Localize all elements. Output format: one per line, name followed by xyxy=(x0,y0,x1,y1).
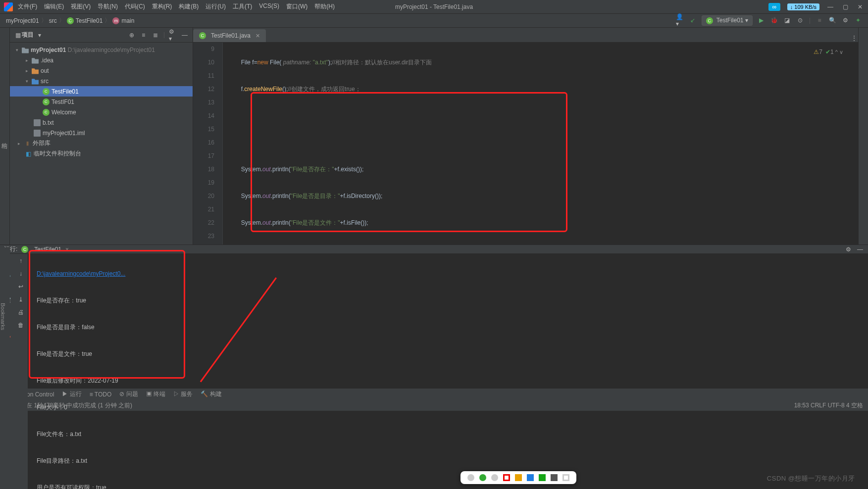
root-path: D:\javalearningcode\myProject01 xyxy=(68,47,155,53)
panel-title: 项目 xyxy=(22,31,34,39)
bookmarks-strip[interactable]: Bookmarks xyxy=(0,247,10,386)
coverage-button[interactable]: ◪ xyxy=(783,16,791,24)
user-add-icon[interactable]: 👤▾ xyxy=(676,16,684,24)
run-config-dropdown[interactable]: C TestFile01 ▾ xyxy=(702,15,753,26)
menu-build[interactable]: 构建(B) xyxy=(179,2,199,11)
crumb-project[interactable]: myProject01 xyxy=(6,17,39,24)
up-icon[interactable]: ↑ xyxy=(17,257,25,265)
gear-icon[interactable]: ⚙ xyxy=(844,245,852,253)
editor: C TestFile01.java ✕ ⋮ 9101112 13141516 1… xyxy=(193,28,858,244)
console-output[interactable]: D:\javalearningcode\myProject0... File是否… xyxy=(28,254,868,489)
console-line: File大小：0 xyxy=(37,401,868,414)
scroll-icon[interactable]: ⤓ xyxy=(17,295,25,303)
tree-libs[interactable]: ▸⫴ 外部库 xyxy=(10,138,193,148)
inspection-widget[interactable]: ⚠7 ✔1 ^ ∨ xyxy=(814,46,843,59)
file-tab[interactable]: C TestFile01.java ✕ xyxy=(193,29,266,42)
root-name: myProject01 xyxy=(31,47,66,53)
console-line: File目录路径：a.txt xyxy=(37,454,868,468)
more-icon[interactable]: ⋮ xyxy=(850,34,858,42)
tree-scratch[interactable]: ◧ 临时文件和控制台 xyxy=(10,148,193,159)
gutter[interactable]: 9101112 13141516 17181920 212223 xyxy=(193,43,223,244)
debug-button[interactable]: 🐞 xyxy=(770,16,778,24)
annotation-toolbar[interactable] xyxy=(460,471,576,484)
menu-file[interactable]: 文件(F) xyxy=(18,2,37,11)
menu-help[interactable]: 帮助(H) xyxy=(314,2,335,11)
menu-code[interactable]: 代码(C) xyxy=(125,2,145,11)
expand-icon[interactable]: ≡ xyxy=(140,31,148,39)
text-file-icon xyxy=(34,119,41,126)
method-icon: m xyxy=(112,17,119,24)
gear-icon[interactable]: ⚙ ▾ xyxy=(169,31,177,39)
navigation-bar: myProject01 〉 src 〉 C TestFile01 〉 m mai… xyxy=(0,14,868,28)
wrap-icon[interactable]: ↩ xyxy=(17,283,25,291)
class-icon: C xyxy=(43,88,50,95)
maximize-icon[interactable]: ▢ xyxy=(841,3,849,11)
target-icon[interactable]: ⊕ xyxy=(128,31,136,39)
hide-icon[interactable]: — xyxy=(181,31,189,39)
tree-src[interactable]: ▾ src xyxy=(10,76,193,86)
hide-icon[interactable]: — xyxy=(856,245,864,253)
console-line: File最后修改时间：2022-07-19 xyxy=(37,374,868,388)
crumb-file[interactable]: TestFile01 xyxy=(76,17,103,24)
print-icon[interactable]: 🖨 xyxy=(17,308,25,316)
dot-green-icon[interactable] xyxy=(479,474,486,481)
sq-blue-icon[interactable] xyxy=(527,474,534,481)
close-icon[interactable]: ✕ xyxy=(856,3,864,11)
menu-run[interactable]: 运行(U) xyxy=(205,2,226,11)
menu-bar[interactable]: 文件(F) 编辑(E) 视图(V) 导航(N) 代码(C) 重构(R) 构建(B… xyxy=(18,2,335,11)
iml-file-icon xyxy=(34,130,41,137)
close-tab-icon[interactable]: ✕ xyxy=(255,33,260,39)
tree-idea[interactable]: ▸ .idea xyxy=(10,55,193,65)
ij-logo-icon xyxy=(4,2,13,11)
left-tool-strip[interactable]: 结构 xyxy=(0,28,10,244)
run-tab-name[interactable]: TestFile01 xyxy=(34,246,61,253)
menu-view[interactable]: 视图(V) xyxy=(71,2,91,11)
run-button[interactable]: ▶ xyxy=(758,16,766,24)
tree-btxt[interactable]: b.txt xyxy=(10,117,193,128)
tree-root[interactable]: ▾ myProject01 D:\javalearningcode\myProj… xyxy=(10,45,193,55)
ide-settings-icon[interactable]: ✦ xyxy=(854,16,862,24)
tree-out[interactable]: ▸ out xyxy=(10,65,193,76)
chevron-down-icon[interactable]: ▾ xyxy=(36,31,44,39)
dot-grey2-icon[interactable] xyxy=(491,474,498,481)
crumb-src[interactable]: src xyxy=(49,17,57,24)
down-icon[interactable]: ↓ xyxy=(17,270,25,278)
menu-window[interactable]: 窗口(W) xyxy=(286,2,307,11)
crumb-method[interactable]: main xyxy=(121,17,134,24)
clear-icon[interactable]: 🗑 xyxy=(17,321,25,329)
cloud-icon[interactable]: ∞ xyxy=(768,3,780,11)
profile-button[interactable]: ⊙ xyxy=(796,16,804,24)
run-toolbar-left2: ↑ ↓ ↩ ⤓ 🖨 🗑 xyxy=(14,254,28,489)
menu-nav[interactable]: 导航(N) xyxy=(98,2,118,11)
run-config-name: TestFile01 xyxy=(716,17,744,24)
stop-button[interactable]: ■ xyxy=(816,16,823,24)
menu-refactor[interactable]: 重构(R) xyxy=(152,2,172,11)
sync-icon[interactable]: ↙ xyxy=(689,16,697,24)
sq-green-icon[interactable] xyxy=(539,474,546,481)
menu-vcs[interactable]: VCS(S) xyxy=(259,2,279,11)
console-line: 用户是否有可读权限：true xyxy=(37,481,868,489)
tree-testfile01[interactable]: C TestFile01 xyxy=(10,86,193,97)
console-line: File文件名：a.txt xyxy=(37,428,868,441)
tree-testif01[interactable]: C TestIF01 xyxy=(10,97,193,107)
class-icon: C xyxy=(43,98,50,105)
settings-icon[interactable]: ⚙ xyxy=(841,16,849,24)
sq-dark-icon[interactable] xyxy=(551,474,558,481)
close-run-tab-icon[interactable]: × xyxy=(65,246,69,253)
menu-tools[interactable]: 工具(T) xyxy=(233,2,252,11)
sq-white-icon[interactable] xyxy=(562,474,569,481)
tree-iml[interactable]: myProject01.iml xyxy=(10,128,193,138)
right-tool-strip[interactable] xyxy=(858,28,868,244)
dot-grey-icon[interactable] xyxy=(467,474,474,481)
class-icon: C xyxy=(67,17,74,24)
code-area[interactable]: File f=new File( pathname: "a.txt");//相对… xyxy=(223,43,858,244)
collapse-icon[interactable]: ≣ xyxy=(152,31,159,39)
menu-edit[interactable]: 编辑(E) xyxy=(44,2,64,11)
search-icon[interactable]: 🔍 xyxy=(828,16,836,24)
project-tree[interactable]: ▾ myProject01 D:\javalearningcode\myProj… xyxy=(10,43,193,244)
minimize-icon[interactable]: — xyxy=(826,3,834,11)
sq-orange-icon[interactable] xyxy=(515,474,522,481)
folder-icon xyxy=(32,57,39,64)
tree-welcome[interactable]: C Welcome xyxy=(10,107,193,117)
sq-red-icon[interactable] xyxy=(503,474,510,481)
